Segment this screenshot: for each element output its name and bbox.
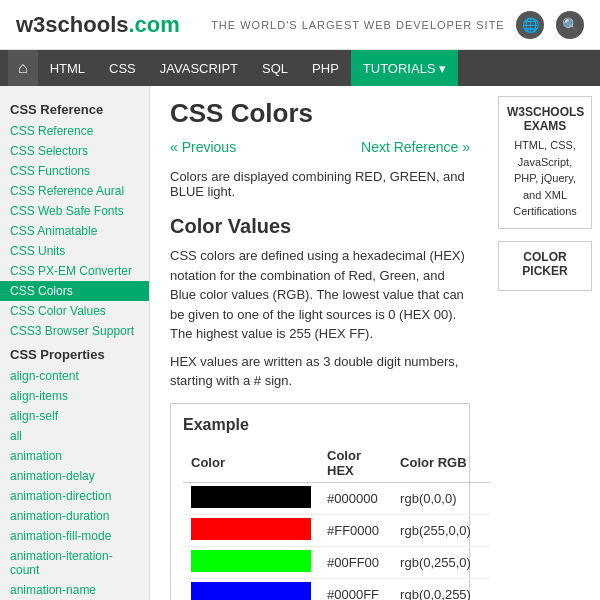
rgb-value: rgb(255,0,0) <box>392 514 490 546</box>
exams-title: W3SCHOOLS EXAMS <box>507 105 583 133</box>
sidebar-item-css-functions[interactable]: CSS Functions <box>0 161 149 181</box>
sidebar-item-css-aural[interactable]: CSS Reference Aural <box>0 181 149 201</box>
page-title: CSS Colors <box>170 98 470 129</box>
globe-icon[interactable]: 🌐 <box>516 11 544 39</box>
hex-value: #0000FF <box>319 578 392 600</box>
logo[interactable]: w3schools.com <box>16 12 180 38</box>
rgb-value: rgb(0,0,0) <box>392 482 490 514</box>
col-rgb: Color RGB <box>392 444 490 483</box>
sidebar-item-animation-fill-mode[interactable]: animation-fill-mode <box>0 526 149 546</box>
section-title: Color Values <box>170 215 470 238</box>
color-swatch <box>191 550 311 572</box>
rgb-value: rgb(0,255,0) <box>392 546 490 578</box>
nav-html[interactable]: HTML <box>38 50 97 86</box>
sidebar-item-animation-direction[interactable]: animation-direction <box>0 486 149 506</box>
navbar: ⌂ HTML CSS JAVASCRIPT SQL PHP TUTORIALS … <box>0 50 600 86</box>
sidebar-item-animation-name[interactable]: animation-name <box>0 580 149 600</box>
nav-links: « Previous Next Reference » <box>170 139 470 155</box>
right-sidebar: W3SCHOOLS EXAMS HTML, CSS, JavaScript, P… <box>490 86 600 600</box>
logo-w3: w3schools <box>16 12 128 37</box>
sidebar-item-css-reference[interactable]: CSS Reference <box>0 121 149 141</box>
hex-value: #00FF00 <box>319 546 392 578</box>
sidebar-section1-title: CSS Reference <box>0 96 149 121</box>
nav-tutorials[interactable]: TUTORIALS ▾ <box>351 50 458 86</box>
table-row: #FF0000rgb(255,0,0) <box>183 514 490 546</box>
next-link[interactable]: Next Reference » <box>361 139 470 155</box>
sidebar-item-css-fonts[interactable]: CSS Web Safe Fonts <box>0 201 149 221</box>
example-label: Example <box>183 416 457 434</box>
sidebar-item-all[interactable]: all <box>0 426 149 446</box>
hex-value: #000000 <box>319 482 392 514</box>
table-row: #000000rgb(0,0,0) <box>183 482 490 514</box>
hex-value: #FF0000 <box>319 514 392 546</box>
sidebar-item-css-px-em[interactable]: CSS PX-EM Converter <box>0 261 149 281</box>
color-swatch <box>191 582 311 601</box>
header-icons: 🌐 🔍 <box>516 11 584 39</box>
col-hex: Color HEX <box>319 444 392 483</box>
color-swatch-cell <box>183 578 319 600</box>
sidebar-item-animation-delay[interactable]: animation-delay <box>0 466 149 486</box>
nav-css[interactable]: CSS <box>97 50 148 86</box>
nav-sql[interactable]: SQL <box>250 50 300 86</box>
col-color: Color <box>183 444 319 483</box>
table-row: #0000FFrgb(0,0,255) <box>183 578 490 600</box>
sidebar-item-css-units[interactable]: CSS Units <box>0 241 149 261</box>
sidebar-item-animation[interactable]: animation <box>0 446 149 466</box>
rgb-value: rgb(0,0,255) <box>392 578 490 600</box>
color-picker-title: COLOR PICKER <box>507 250 583 278</box>
color-swatch <box>191 486 311 508</box>
intro-text: Colors are displayed combining RED, GREE… <box>170 169 470 199</box>
prev-link[interactable]: « Previous <box>170 139 236 155</box>
sidebar-item-animation-duration[interactable]: animation-duration <box>0 506 149 526</box>
exams-box: W3SCHOOLS EXAMS HTML, CSS, JavaScript, P… <box>498 96 592 229</box>
search-icon[interactable]: 🔍 <box>556 11 584 39</box>
color-swatch <box>191 518 311 540</box>
main-content: CSS Colors « Previous Next Reference » C… <box>150 86 490 600</box>
logo-com: com <box>135 12 180 37</box>
sidebar-item-align-items[interactable]: align-items <box>0 386 149 406</box>
sidebar-item-css-color-values[interactable]: CSS Color Values <box>0 301 149 321</box>
sidebar-item-css-animatable[interactable]: CSS Animatable <box>0 221 149 241</box>
nav-php[interactable]: PHP <box>300 50 351 86</box>
exams-content: HTML, CSS, JavaScript, PHP, jQuery, and … <box>507 137 583 220</box>
sidebar-item-css-selectors[interactable]: CSS Selectors <box>0 141 149 161</box>
sidebar-item-animation-iteration[interactable]: animation-iteration-count <box>0 546 149 580</box>
description1: CSS colors are defined using a hexadecim… <box>170 246 470 344</box>
tagline: THE WORLD'S LARGEST WEB DEVELOPER SITE <box>200 19 516 31</box>
example-box: Example Color Color HEX Color RGB #00000… <box>170 403 470 601</box>
layout: CSS Reference CSS Reference CSS Selector… <box>0 86 600 600</box>
description2: HEX values are written as 3 double digit… <box>170 352 470 391</box>
color-table: Color Color HEX Color RGB #000000rgb(0,0… <box>183 444 490 601</box>
table-row: #00FF00rgb(0,255,0) <box>183 546 490 578</box>
nav-javascript[interactable]: JAVASCRIPT <box>148 50 250 86</box>
sidebar-section2-title: CSS Properties <box>0 341 149 366</box>
sidebar-item-align-content[interactable]: align-content <box>0 366 149 386</box>
sidebar-item-align-self[interactable]: align-self <box>0 406 149 426</box>
color-swatch-cell <box>183 482 319 514</box>
header: w3schools.com THE WORLD'S LARGEST WEB DE… <box>0 0 600 50</box>
sidebar-item-css3-browser[interactable]: CSS3 Browser Support <box>0 321 149 341</box>
nav-home-button[interactable]: ⌂ <box>8 50 38 86</box>
sidebar: CSS Reference CSS Reference CSS Selector… <box>0 86 150 600</box>
color-picker-box: COLOR PICKER <box>498 241 592 291</box>
color-swatch-cell <box>183 514 319 546</box>
sidebar-item-css-colors[interactable]: CSS Colors <box>0 281 149 301</box>
color-swatch-cell <box>183 546 319 578</box>
